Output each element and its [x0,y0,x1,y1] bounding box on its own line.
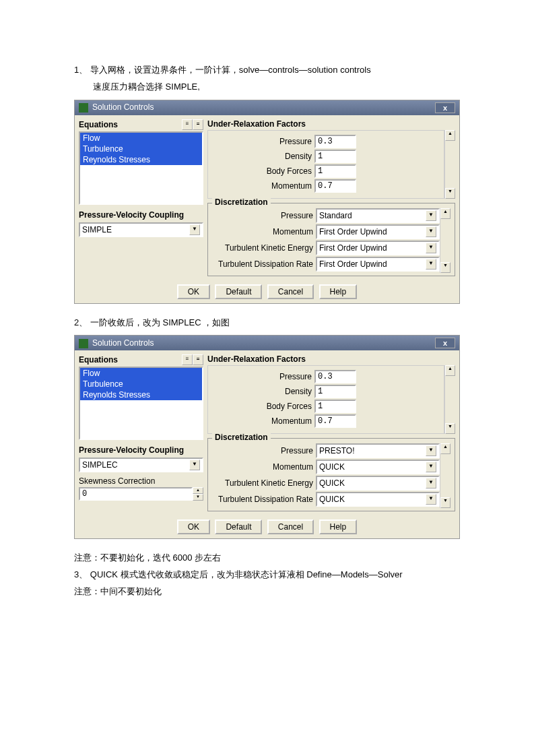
body-forces-input[interactable]: 1 [314,164,356,178]
pressure-label: Pressure [211,137,314,146]
urf-label: Under-Relaxation Factors [207,119,455,129]
solution-controls-dialog-2: Solution Controls x Equations ≡= Flow Tu… [74,335,460,539]
density-input[interactable]: 1 [314,385,356,398]
titlebar: Solution Controls x [75,336,459,350]
discretization-group: Discretization PressurePRESTO!▼ Momentum… [207,438,455,511]
disc-tke-select[interactable]: QUICK▼ [316,476,440,491]
disc-pressure-label: Pressure [212,211,316,220]
chevron-down-icon[interactable]: ▼ [426,226,436,237]
pv-coupling-select[interactable]: SIMPLEC ▼ [79,458,203,472]
density-label: Density [211,387,314,396]
equations-listbox[interactable]: Flow Turbulence Reynolds Stresses [79,367,203,440]
disc-scrollbar[interactable]: ▲▼ [440,208,450,273]
pv-coupling-select[interactable]: SIMPLE ▼ [79,222,203,237]
doc-line-1b: 速度压力耦合选择 SIMPLE, [74,80,460,94]
doc-note-1: 注意：不要初始化，迭代 6000 步左右 [74,551,460,565]
text: 导入网格，设置边界条件，一阶计算，solve—controls—solution… [90,65,371,75]
pv-value: SIMPLE [82,225,112,234]
chevron-down-icon[interactable]: ▼ [426,445,436,456]
list-item[interactable]: Turbulence [80,144,202,154]
momentum-input[interactable]: 0.7 [314,414,356,428]
density-input[interactable]: 1 [314,150,356,163]
equations-label: Equations ≡= [79,119,203,130]
close-button[interactable]: x [435,102,455,113]
pressure-input[interactable]: 0.3 [314,370,356,383]
cancel-button[interactable]: Cancel [267,519,314,534]
disc-tke-select[interactable]: First Order Upwind▼ [316,241,440,255]
disc-tdr-label: Turbulent Dissipation Rate [212,495,316,504]
skewness-spinner[interactable]: ▲▼ [193,487,203,501]
num: 3、 [74,569,88,579]
ok-button[interactable]: OK [177,284,210,299]
chevron-down-icon[interactable]: ▼ [426,210,436,221]
body-forces-input[interactable]: 1 [314,400,356,413]
disc-pressure-select[interactable]: Standard▼ [316,208,440,223]
button-row: OK Default Cancel Help [75,280,459,303]
deselect-icon[interactable]: = [193,354,203,365]
skewness-label: Skewness Correction [79,476,203,486]
chevron-down-icon[interactable]: ▼ [426,243,436,253]
pv-value: SIMPLEC [82,460,118,470]
disc-momentum-label: Momentum [212,227,316,237]
disc-tke-label: Turbulent Kinetic Energy [212,478,316,488]
list-item[interactable]: Reynolds Stresses [80,389,202,400]
momentum-label: Momentum [211,181,314,191]
chevron-down-icon[interactable]: ▼ [426,462,436,472]
list-item[interactable]: Flow [80,368,202,379]
titlebar: Solution Controls x [75,100,459,115]
select-all-icon[interactable]: ≡ [182,119,193,130]
urf-scrollbar[interactable]: ▲▼ [444,365,455,434]
urf-label: Under-Relaxation Factors [207,354,455,364]
disc-momentum-select[interactable]: QUICK▼ [316,460,440,474]
app-icon [79,103,88,113]
app-icon [79,339,88,348]
disc-momentum-label: Momentum [212,462,316,472]
help-button[interactable]: Help [319,284,358,299]
pressure-label: Pressure [211,372,314,381]
disc-momentum-select[interactable]: First Order Upwind▼ [316,224,440,239]
urf-scrollbar[interactable]: ▲▼ [444,130,455,199]
cancel-button[interactable]: Cancel [267,284,314,299]
title-text: Solution Controls [92,102,154,112]
list-item[interactable]: Reynolds Stresses [80,154,202,165]
text: 一阶收敛后，改为 SIMPLEC ，如图 [90,317,230,327]
close-button[interactable]: x [435,338,455,348]
chevron-down-icon[interactable]: ▼ [189,460,200,470]
momentum-label: Momentum [211,416,314,426]
discretization-group: Discretization PressureStandard▼ Momentu… [207,203,455,276]
default-button[interactable]: Default [215,284,262,299]
num: 2、 [74,317,88,327]
chevron-down-icon[interactable]: ▼ [426,494,436,505]
equations-listbox[interactable]: Flow Turbulence Reynolds Stresses [79,131,203,205]
select-all-icon[interactable]: ≡ [182,354,193,365]
deselect-icon[interactable]: = [193,119,203,130]
title-text: Solution Controls [92,338,154,348]
skewness-input[interactable]: 0 [79,487,193,501]
num: 1、 [74,65,88,75]
disc-scrollbar[interactable]: ▲▼ [440,443,450,508]
momentum-input[interactable]: 0.7 [314,179,356,193]
disc-tdr-select[interactable]: QUICK▼ [316,492,440,507]
doc-note-2: 注意：中间不要初始化 [74,585,460,599]
solution-controls-dialog-1: Solution Controls x Equations ≡= Flow Tu… [74,100,460,304]
ok-button[interactable]: OK [177,519,210,534]
body-forces-label: Body Forces [211,166,314,176]
chevron-down-icon[interactable]: ▼ [426,478,436,489]
disc-tdr-select[interactable]: First Order Upwind▼ [316,257,440,272]
disc-pressure-select[interactable]: PRESTO!▼ [316,443,440,458]
body-forces-label: Body Forces [211,402,314,411]
pv-coupling-label: Pressure-Velocity Coupling [79,445,203,455]
help-button[interactable]: Help [319,519,358,534]
equations-label: Equations ≡= [79,354,203,365]
disc-tke-label: Turbulent Kinetic Energy [212,243,316,253]
disc-legend: Discretization [212,433,271,442]
pv-coupling-label: Pressure-Velocity Coupling [79,210,203,220]
list-item[interactable]: Flow [80,133,202,144]
doc-line-3: 3、 QUICK 模式迭代收敛或稳定后，改为非稳状态计算液相 Define—Mo… [74,568,460,582]
pressure-input[interactable]: 0.3 [314,135,356,148]
disc-tdr-label: Turbulent Dissipation Rate [212,259,316,269]
list-item[interactable]: Turbulence [80,379,202,389]
chevron-down-icon[interactable]: ▼ [189,224,200,235]
chevron-down-icon[interactable]: ▼ [426,259,436,270]
default-button[interactable]: Default [215,519,262,534]
